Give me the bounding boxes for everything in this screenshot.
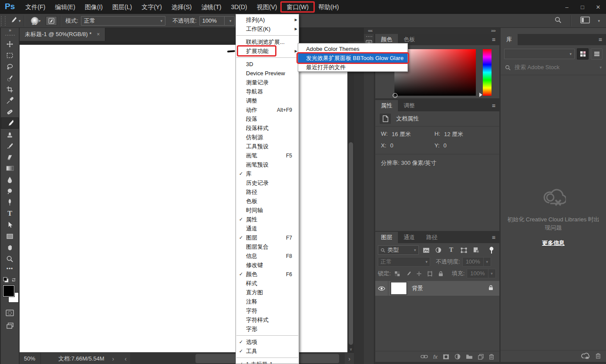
delete-library-item-icon[interactable] [596, 353, 601, 359]
minimize-button[interactable]: – [559, 4, 575, 10]
window-menu-item[interactable]: 导航器 [236, 87, 299, 96]
window-menu-item[interactable]: 工作区(K) ▶ [236, 24, 299, 33]
layer-row-background[interactable]: 背景 [375, 281, 499, 296]
library-select[interactable]: ▾ [504, 49, 575, 59]
submenu-item[interactable]: 发光效果扩展面板 BBTools Glow Glare [298, 53, 407, 63]
crop-tool[interactable] [1, 83, 19, 95]
opacity-field[interactable]: 100% [199, 16, 225, 26]
brush-panel-toggle-icon[interactable] [46, 16, 57, 26]
layer-blend-mode-select[interactable]: 正常 ▾ [378, 257, 430, 267]
window-menu-item[interactable]: 仿制源 [236, 133, 299, 142]
filter-pixel-layers-icon[interactable] [421, 246, 431, 255]
menubar-item[interactable]: 视图(V) [252, 1, 282, 13]
collapse-panels-icon[interactable]: «« [368, 28, 372, 33]
layer-style-icon[interactable]: fx [433, 354, 438, 360]
rectangle-tool[interactable] [1, 230, 19, 242]
workspace-switcher-icon[interactable] [580, 17, 590, 25]
hue-slider[interactable] [483, 49, 492, 96]
window-menu-item[interactable]: 联机浏览扩展... [236, 37, 299, 47]
menubar-item[interactable]: 选择(S) [167, 1, 197, 13]
hue-slider-arrow[interactable] [479, 93, 482, 97]
window-menu-item[interactable]: 画笔预设 [236, 160, 299, 169]
blend-mode-select[interactable]: 正常 ▾ [81, 16, 165, 26]
window-menu-item[interactable]: 图层复合 [236, 242, 299, 251]
fill-field[interactable]: 100% ▾ [467, 269, 495, 278]
window-menu-item[interactable]: ✓ 1 未标题-1 [236, 360, 299, 364]
menubar-item[interactable]: 文字(Y) [137, 1, 167, 13]
brush-tool[interactable] [1, 117, 19, 129]
panel-menu-icon[interactable]: ≡ [488, 34, 499, 45]
library-search-field[interactable]: 搜索 Adobe Stock ▾ [501, 60, 606, 75]
toolbar-grip[interactable] [5, 35, 15, 36]
close-button[interactable]: ✕ [590, 4, 606, 10]
lock-all-icon[interactable] [437, 269, 445, 278]
menubar-item[interactable]: 文件(F) [20, 1, 50, 13]
menubar-item[interactable]: 图像(I) [80, 1, 108, 13]
menubar-item[interactable]: 窗口(W) [282, 1, 313, 13]
window-menu-item[interactable]: 注释 [236, 297, 299, 306]
window-menu-item[interactable]: Device Preview [236, 69, 299, 78]
vertical-scrollbar-thumb[interactable] [349, 142, 353, 345]
eraser-tool[interactable] [1, 151, 19, 163]
quick-mask-mode-button[interactable] [1, 307, 19, 318]
scroll-left-icon[interactable]: ‹ [118, 355, 130, 362]
lock-artboard-icon[interactable] [426, 269, 434, 278]
submenu-item[interactable]: Adobe Color Themes [298, 44, 407, 53]
filter-toggle-pin[interactable] [486, 246, 497, 255]
grid-view-button[interactable] [577, 48, 589, 60]
brush-tool-icon[interactable] [9, 16, 17, 25]
list-view-button[interactable] [591, 48, 603, 60]
rectangular-marquee-tool[interactable] [1, 50, 19, 61]
window-menu-item[interactable]: 字符样式 [236, 315, 299, 324]
gradient-tool[interactable] [1, 163, 19, 174]
window-menu-item[interactable]: 调整 [236, 96, 299, 105]
window-menu-item[interactable]: 信息 F8 [236, 251, 299, 260]
filter-adjustment-layers-icon[interactable] [434, 246, 444, 255]
window-menu-item[interactable]: 路径 [236, 187, 299, 197]
lock-pixels-icon[interactable] [404, 269, 413, 278]
window-menu-item[interactable]: 工具预设 [236, 142, 299, 151]
menubar-item[interactable]: 编辑(E) [50, 1, 80, 13]
maximize-button[interactable]: □ [575, 4, 590, 10]
window-menu-item[interactable]: 测量记录 [236, 78, 299, 87]
blur-tool[interactable] [1, 174, 19, 185]
tab-paths[interactable]: 路径 [421, 232, 443, 243]
layer-thumbnail[interactable] [391, 282, 407, 294]
window-menu-item[interactable]: 扩展功能 ▶ [236, 47, 299, 56]
window-menu-item[interactable]: 通道 [236, 224, 299, 233]
vertical-scrollbar[interactable]: ∨ [347, 41, 354, 352]
panel-menu-icon[interactable]: ≡ [488, 232, 499, 243]
options-bar-grip[interactable] [1, 16, 6, 26]
chevron-down-icon[interactable]: ▾ [598, 19, 600, 23]
filter-shape-layers-icon[interactable] [458, 246, 469, 255]
delete-layer-icon[interactable] [489, 354, 494, 360]
screen-mode-button[interactable] [1, 320, 19, 331]
window-menu-item[interactable]: 动作 Alt+F9 [236, 105, 299, 114]
foreground-color-swatch[interactable] [3, 285, 14, 297]
window-menu-item[interactable]: ✓ 属性 [236, 215, 299, 224]
tab-channels[interactable]: 通道 [398, 232, 421, 243]
opacity-dropdown-button[interactable]: ▾ [224, 16, 235, 26]
chevron-down-icon[interactable]: ▾ [19, 19, 21, 23]
menubar-item[interactable]: 滤镜(T) [197, 1, 226, 13]
panel-menu-icon[interactable]: ≡ [488, 100, 499, 111]
window-menu-item[interactable]: 历史记录 [236, 178, 299, 187]
filter-smart-objects-icon[interactable] [471, 246, 481, 255]
chevron-down-icon[interactable]: ▾ [39, 19, 41, 23]
window-menu-item[interactable]: 字符 [236, 306, 299, 315]
lock-transparency-icon[interactable] [393, 269, 402, 278]
menubar-item[interactable]: 图层(L) [108, 1, 137, 13]
window-menu-item[interactable]: ✓ 工具 [236, 347, 299, 356]
window-menu-item[interactable]: ✓ 库 [236, 169, 299, 178]
lock-position-icon[interactable] [415, 269, 424, 278]
lasso-tool[interactable] [1, 61, 19, 72]
expand-panels-icon[interactable]: »» [491, 28, 495, 33]
clone-stamp-tool[interactable] [1, 129, 19, 140]
zoom-level-field[interactable]: 50% [20, 353, 41, 364]
tab-properties[interactable]: 属性 [375, 100, 398, 111]
status-expand-icon[interactable]: › [109, 355, 118, 362]
eyedropper-tool[interactable] [1, 95, 19, 106]
spot-healing-brush-tool[interactable] [1, 106, 19, 117]
window-menu-item[interactable]: 段落 [236, 114, 299, 124]
window-menu-item[interactable]: 字形 [236, 324, 299, 334]
